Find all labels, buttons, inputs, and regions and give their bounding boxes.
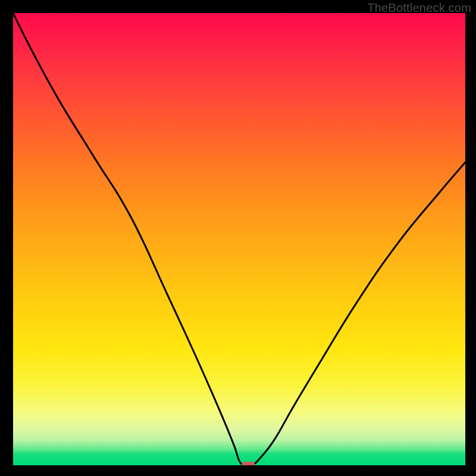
watermark-text: TheBottleneck.com (367, 1, 471, 15)
plot-area (13, 13, 465, 465)
min-marker (242, 462, 255, 465)
bottleneck-curve (13, 13, 465, 465)
chart-stage: TheBottleneck.com (0, 0, 476, 476)
